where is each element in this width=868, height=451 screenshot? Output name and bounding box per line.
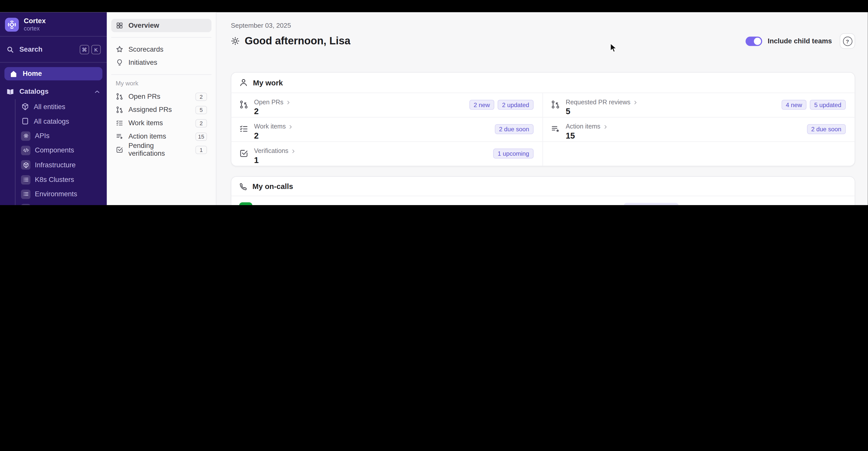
status-badge: 4 new <box>781 100 807 110</box>
catalog-icon <box>21 117 29 125</box>
stat-value: 15 <box>566 131 608 140</box>
count-badge: 15 <box>195 132 207 141</box>
check-square-icon <box>239 149 248 158</box>
services-icon <box>21 204 30 205</box>
app-name: Cortex <box>24 17 46 25</box>
stat-action-items[interactable]: Action items 15 2 due soon <box>543 117 855 141</box>
pull-request-icon <box>116 106 124 114</box>
sidebar-item-infrastructure[interactable]: Infrastructure <box>15 158 107 172</box>
empty-cell <box>543 141 855 166</box>
api-icon <box>21 131 30 141</box>
home-label: Home <box>23 70 42 78</box>
divider <box>111 74 211 75</box>
chevron-up-icon <box>94 88 101 95</box>
search-label: Search <box>19 46 42 53</box>
star-outline-icon <box>116 45 124 53</box>
card-title: My on-calls <box>252 182 293 191</box>
status-badge: 2 new <box>469 100 494 110</box>
my-work-section-label: My work <box>111 80 211 86</box>
infrastructure-icon <box>21 160 30 170</box>
stat-value: 2 <box>254 131 293 140</box>
sidebar-item-all-entities[interactable]: All entities <box>15 100 107 114</box>
tab-work-items[interactable]: Work items 2 <box>111 116 211 130</box>
count-badge: 1 <box>195 146 207 154</box>
card-title: My work <box>253 78 283 87</box>
k-key: K <box>91 45 101 54</box>
mouse-cursor <box>610 43 618 53</box>
stat-work-items[interactable]: Work items 2 2 due soon <box>231 117 543 141</box>
screen: Cortex cortex Search ⌘ K Home <box>0 0 868 205</box>
divider <box>111 37 211 37</box>
on-call-schedule: Fri Sep 5 – Mon Sep 8 <box>436 205 503 205</box>
cube-icon <box>21 103 29 111</box>
checklist-icon <box>116 119 124 127</box>
sidebar-item-components[interactable]: Components <box>15 143 107 158</box>
tab-pending-verifications[interactable]: Pending verifications 1 <box>111 143 211 157</box>
sidebar-item-services[interactable]: Services <box>15 202 107 205</box>
status-badge: 1 upcoming <box>493 148 533 159</box>
stat-value: 5 <box>566 106 638 116</box>
search-button[interactable]: Search ⌘ K <box>0 37 107 62</box>
check-square-icon <box>116 146 124 154</box>
chevron-right-icon <box>285 100 291 105</box>
stat-verifications[interactable]: Verifications 1 1 upcoming <box>231 141 543 166</box>
on-call-row[interactable]: P Autocomplete Service Fri Sep 5 – Mon S… <box>231 196 855 205</box>
current-date: September 03, 2025 <box>231 22 855 29</box>
on-call-service: Autocomplete Service <box>258 205 331 205</box>
pagerduty-icon: P <box>239 202 252 205</box>
count-badge: 2 <box>195 119 207 127</box>
environments-icon <box>21 190 30 199</box>
lightbulb-icon <box>116 59 124 66</box>
next-on-call-badge: Next on-call <box>624 203 679 205</box>
k8s-icon <box>21 175 30 184</box>
chevron-right-icon <box>633 100 638 105</box>
checklist-icon <box>239 124 248 134</box>
status-badge: 5 updated <box>810 100 846 110</box>
include-child-teams-toggle[interactable] <box>745 36 762 46</box>
tab-assigned-prs[interactable]: Assigned PRs 5 <box>111 103 211 116</box>
phone-icon <box>239 182 247 191</box>
sidebar-item-home[interactable]: Home <box>4 67 102 81</box>
question-icon: ? <box>843 36 852 46</box>
home-icon <box>9 70 18 78</box>
stat-value: 1 <box>254 155 296 165</box>
tab-scorecards[interactable]: Scorecards <box>111 43 211 56</box>
status-badge: 2 due soon <box>807 124 846 134</box>
cortex-logo-icon <box>5 18 19 31</box>
sidebar-item-all-catalogs[interactable]: All catalogs <box>15 114 107 129</box>
my-work-card: My work Open PRs 2 2 new 2 updated <box>231 72 855 166</box>
sidebar-section-catalogs[interactable]: Catalogs <box>0 84 107 100</box>
status-badge: 2 updated <box>498 100 534 110</box>
grid-icon <box>116 22 124 29</box>
tab-action-items[interactable]: Action items 15 <box>111 130 211 143</box>
external-link-icon[interactable] <box>838 205 846 205</box>
sidebar-item-apis[interactable]: APIs <box>15 129 107 143</box>
main-content: September 03, 2025 Good afternoon, Lisa … <box>216 12 868 205</box>
stat-open-prs[interactable]: Open PRs 2 2 new 2 updated <box>231 92 543 117</box>
chevron-right-icon <box>602 124 608 130</box>
sidebar-item-k8s-clusters[interactable]: K8s Clusters <box>15 172 107 187</box>
chevron-right-icon <box>290 149 296 154</box>
sun-icon <box>231 36 240 45</box>
chevron-right-icon <box>288 124 293 130</box>
workspace-switcher[interactable]: Cortex cortex <box>0 12 107 36</box>
book-icon <box>6 87 14 96</box>
tab-open-prs[interactable]: Open PRs 2 <box>111 90 211 103</box>
person-icon <box>239 78 248 87</box>
count-badge: 5 <box>195 106 207 114</box>
tab-initiatives[interactable]: Initiatives <box>111 56 211 69</box>
count-badge: 2 <box>195 92 207 101</box>
list-star-icon <box>551 124 560 134</box>
toggle-label: Include child teams <box>768 37 832 45</box>
help-button[interactable]: ? <box>840 33 855 49</box>
components-icon <box>21 146 30 155</box>
pull-request-icon <box>116 92 124 100</box>
primary-nav: Home Catalogs All entities All catalogs … <box>0 63 107 205</box>
catalogs-sublist: All entities All catalogs APIs Component… <box>0 100 107 205</box>
stat-requested-pr-reviews[interactable]: Requested PR reviews 5 4 new 5 updated <box>543 92 855 117</box>
org-name: cortex <box>24 25 46 32</box>
app-window: Cortex cortex Search ⌘ K Home <box>0 12 868 205</box>
tab-overview[interactable]: Overview <box>111 19 211 32</box>
sidebar-item-environments[interactable]: Environments <box>15 187 107 202</box>
pull-request-icon <box>239 100 248 109</box>
